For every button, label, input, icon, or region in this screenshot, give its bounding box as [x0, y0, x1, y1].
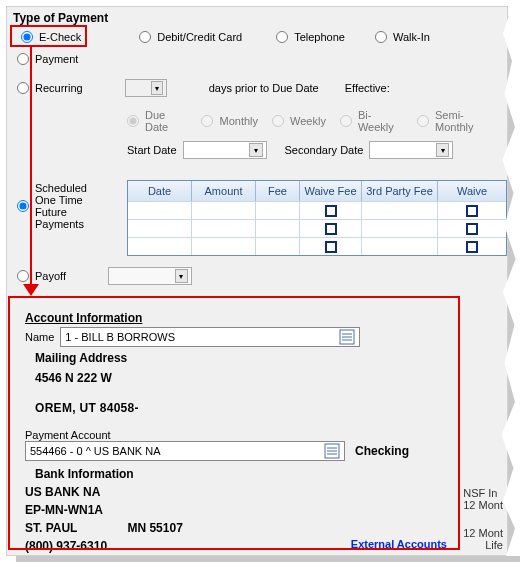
radio-scheduled-label: Scheduled One Time Future Payments [35, 182, 105, 230]
secondary-date-combo[interactable]: ▾ [369, 141, 453, 159]
radio-telephone[interactable]: Telephone [276, 31, 345, 43]
checkbox-waive-fee[interactable] [325, 241, 337, 253]
table-row[interactable] [128, 201, 506, 219]
days-prior-label: days prior to Due Date [209, 82, 319, 94]
secondary-date-label: Secondary Date [285, 144, 364, 156]
radio-weekly[interactable]: Weekly [272, 115, 326, 127]
arrow-down-icon [23, 284, 39, 296]
radio-scheduled-input[interactable] [17, 200, 29, 212]
radio-biweekly-input[interactable] [340, 115, 352, 127]
radio-weekly-label: Weekly [290, 115, 326, 127]
radio-payoff-label: Payoff [35, 270, 66, 282]
start-date-label: Start Date [127, 144, 177, 156]
th-fee[interactable]: Fee [256, 181, 300, 201]
table-row[interactable] [128, 237, 506, 255]
radio-payoff-input[interactable] [17, 270, 29, 282]
radio-walkin-label: Walk-In [393, 31, 430, 43]
radio-recurring-input[interactable] [17, 82, 29, 94]
chevron-down-icon: ▾ [175, 269, 188, 283]
days-combo[interactable]: ▾ [125, 79, 167, 97]
group-title: Type of Payment [7, 7, 507, 27]
payments-table: Date Amount Fee Waive Fee 3rd Party Fee … [127, 180, 507, 256]
checkbox-waive-fee[interactable] [325, 223, 337, 235]
radio-telephone-input[interactable] [276, 31, 288, 43]
checkbox-waive[interactable] [466, 223, 478, 235]
radio-semimonthly[interactable]: Semi-Monthly [417, 109, 497, 133]
checkbox-waive[interactable] [466, 241, 478, 253]
th-amount[interactable]: Amount [192, 181, 256, 201]
th-date[interactable]: Date [128, 181, 192, 201]
th-waive[interactable]: Waive [438, 181, 506, 201]
radio-payoff[interactable]: Payoff [17, 270, 66, 282]
chevron-down-icon: ▾ [151, 81, 163, 95]
radio-weekly-input[interactable] [272, 115, 284, 127]
payoff-combo[interactable]: ▾ [108, 267, 192, 285]
radio-recurring[interactable]: Recurring [17, 82, 83, 94]
side-line1: NSF In [463, 487, 503, 499]
th-3rd-party-fee[interactable]: 3rd Party Fee [362, 181, 438, 201]
radio-semimonthly-label: Semi-Monthly [435, 109, 497, 133]
side-line3: 12 Mont [463, 527, 503, 539]
radio-duedate-input[interactable] [127, 115, 139, 127]
radio-debit[interactable]: Debit/Credit Card [139, 31, 242, 43]
radio-debit-input[interactable] [139, 31, 151, 43]
table-header-row: Date Amount Fee Waive Fee 3rd Party Fee … [128, 181, 506, 201]
radio-recurring-label: Recurring [35, 82, 83, 94]
radio-payment-input[interactable] [17, 53, 29, 65]
checkbox-waive[interactable] [466, 205, 478, 217]
radio-duedate-label: Due Date [145, 109, 187, 133]
radio-telephone-label: Telephone [294, 31, 345, 43]
radio-monthly-input[interactable] [201, 115, 213, 127]
side-line4: Life [463, 539, 503, 551]
radio-walkin-input[interactable] [375, 31, 387, 43]
radio-semimonthly-input[interactable] [417, 115, 429, 127]
start-date-combo[interactable]: ▾ [183, 141, 267, 159]
radio-payment[interactable]: Payment [17, 53, 78, 65]
table-row[interactable] [128, 219, 506, 237]
effective-label: Effective: [345, 82, 390, 94]
radio-payment-label: Payment [35, 53, 78, 65]
side-line2: 12 Mont [463, 499, 503, 511]
radio-monthly[interactable]: Monthly [201, 115, 258, 127]
radio-walkin[interactable]: Walk-In [375, 31, 430, 43]
radio-debit-label: Debit/Credit Card [157, 31, 242, 43]
side-cut-text: NSF In 12 Mont 12 Mont Life [463, 487, 503, 551]
radio-biweekly-label: Bi-Weekly [358, 109, 403, 133]
radio-biweekly[interactable]: Bi-Weekly [340, 109, 403, 133]
radio-monthly-label: Monthly [219, 115, 258, 127]
chevron-down-icon: ▾ [436, 143, 449, 157]
th-waive-fee[interactable]: Waive Fee [300, 181, 362, 201]
arrow-line [30, 47, 32, 290]
highlight-account-info [8, 296, 460, 550]
highlight-echeck [10, 25, 87, 47]
chevron-down-icon: ▾ [249, 143, 262, 157]
checkbox-waive-fee[interactable] [325, 205, 337, 217]
radio-duedate[interactable]: Due Date [127, 109, 187, 133]
